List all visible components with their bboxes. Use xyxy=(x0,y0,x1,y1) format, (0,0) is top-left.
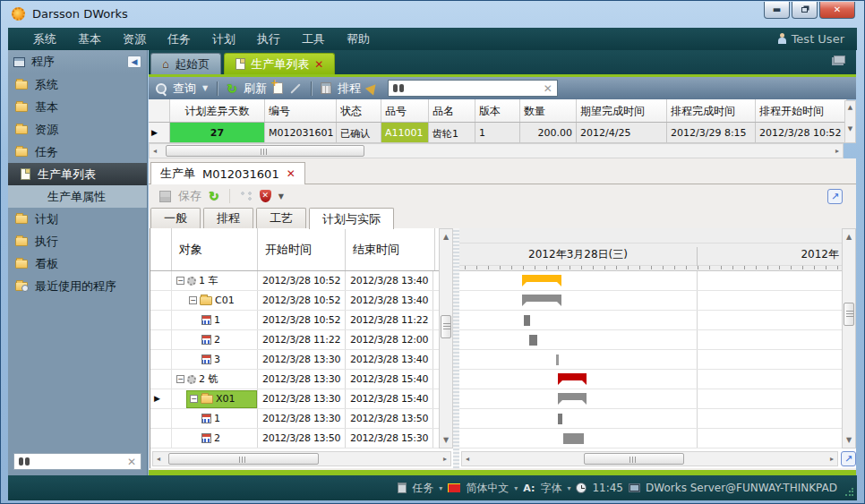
tab-生产单列表[interactable]: 生产单列表✕ xyxy=(224,53,335,74)
tree-row-3[interactable]: 32012/3/28 13:302012/3/28 13:40 xyxy=(150,350,453,370)
column-header-计划差异天数[interactable]: 计划差异天数 xyxy=(170,99,265,122)
close-tab-icon[interactable]: ✕ xyxy=(287,167,295,180)
sidebar-item-计划[interactable]: 计划 xyxy=(8,208,147,230)
scroll-down-icon[interactable]: ▼ xyxy=(846,433,852,447)
detail-tab-排程[interactable]: 排程 xyxy=(203,208,253,228)
restore-button[interactable] xyxy=(792,2,818,19)
clear-search-icon[interactable]: ✕ xyxy=(127,456,136,468)
refresh-icon[interactable]: ↻ xyxy=(209,191,219,201)
gantt-bar[interactable] xyxy=(522,295,561,302)
tree-row-X01[interactable]: ▶−X012012/3/28 13:302012/3/28 15:40 xyxy=(150,389,453,409)
column-header-期望完成时间[interactable]: 期望完成时间 xyxy=(577,99,667,122)
orders-grid-row[interactable]: ▶ 27M012031601已确认A11001齿轮11200.002012/4/… xyxy=(149,123,847,143)
tab-起始页[interactable]: ⌂起始页 xyxy=(150,53,221,74)
scroll-up-icon[interactable]: ▲ xyxy=(443,230,449,243)
scroll-down-icon[interactable]: ▼ xyxy=(443,433,449,447)
menu-item-计划[interactable]: 计划 xyxy=(201,29,246,50)
collapse-icon[interactable]: − xyxy=(176,277,184,285)
tree-row-2 铣[interactable]: −2 铣2012/3/28 13:302012/3/28 15:40 xyxy=(150,370,453,389)
orders-vertical-scrollbar[interactable]: ▲ ▼ xyxy=(844,100,856,143)
collapse-icon[interactable]: − xyxy=(176,375,184,383)
sidebar-item-看板[interactable]: 看板 xyxy=(8,252,147,275)
user-indicator[interactable]: Test User xyxy=(777,32,844,46)
orders-horizontal-scrollbar[interactable]: ◂ ▸ xyxy=(149,143,844,158)
order-document-tab[interactable]: 生产单 M012031601 ✕ xyxy=(150,162,305,184)
task-caret-icon[interactable]: ▾ xyxy=(439,484,442,492)
scroll-down-icon[interactable]: ▼ xyxy=(845,125,855,132)
font-selector[interactable]: 字体 xyxy=(540,481,561,496)
sidebar-item-最近使用的程序[interactable]: 最近使用的程序 xyxy=(8,275,147,297)
scroll-right-icon[interactable]: ▸ xyxy=(443,452,447,466)
gantt-bar[interactable] xyxy=(524,315,530,326)
sidebar-item-执行[interactable]: 执行 xyxy=(8,230,147,252)
menu-item-资源[interactable]: 资源 xyxy=(112,29,157,50)
column-header-品号[interactable]: 品号 xyxy=(381,99,429,122)
gantt-bar[interactable] xyxy=(522,275,561,282)
tree-column-结束时间[interactable]: 结束时间 xyxy=(346,228,435,270)
resize-grip[interactable] xyxy=(844,488,853,497)
tree-column-对象[interactable]: 对象 xyxy=(172,228,258,270)
tree-row-1 车[interactable]: −1 车2012/3/28 10:522012/3/28 13:40 xyxy=(150,271,453,291)
close-tab-icon[interactable]: ✕ xyxy=(314,58,323,71)
scroll-left-icon[interactable]: ◂ xyxy=(157,452,160,466)
grid-search-box[interactable]: ✕ xyxy=(388,80,558,97)
gantt-expand-button[interactable]: ↗ xyxy=(841,451,856,466)
tree-vertical-scrollbar[interactable]: ▲ ▼ xyxy=(439,228,453,448)
task-menu[interactable]: 任务 xyxy=(412,481,433,496)
menu-item-任务[interactable]: 任务 xyxy=(157,29,201,50)
column-header-版本[interactable]: 版本 xyxy=(475,99,520,122)
broom-icon[interactable] xyxy=(365,81,380,95)
sidebar-item-资源[interactable]: 资源 xyxy=(8,118,147,141)
column-header-编号[interactable]: 编号 xyxy=(265,99,337,122)
shield-caret-icon[interactable]: ▼ xyxy=(278,192,284,201)
scroll-right-icon[interactable]: ▸ xyxy=(835,144,839,158)
edit-pencil-icon[interactable] xyxy=(290,83,300,93)
tree-row-1[interactable]: 12012/3/28 10:522012/3/28 11:22 xyxy=(150,311,453,330)
window-list-icon[interactable] xyxy=(834,56,845,64)
workflow-icon[interactable] xyxy=(240,191,253,201)
query-caret-icon[interactable]: ▼ xyxy=(202,84,208,92)
save-button[interactable]: 保存 xyxy=(178,188,201,204)
scroll-right-icon[interactable]: ▸ xyxy=(830,452,834,466)
sidebar-item-生产单属性[interactable]: 生产单属性 xyxy=(8,185,147,208)
scrollbar-thumb[interactable] xyxy=(844,303,854,326)
minimize-button[interactable]: ▬ xyxy=(764,2,790,19)
pane-splitter[interactable] xyxy=(453,228,459,468)
column-header-排程完成时间[interactable]: 排程完成时间 xyxy=(667,99,756,122)
collapse-icon[interactable]: − xyxy=(189,296,197,304)
sidebar-item-系统[interactable]: 系统 xyxy=(8,73,147,96)
detail-tab-计划与实际[interactable]: 计划与实际 xyxy=(309,208,394,229)
tree-horizontal-scrollbar[interactable]: ◂ ▸ xyxy=(152,451,451,466)
scrollbar-thumb[interactable] xyxy=(166,145,364,157)
column-header-排程开始时间[interactable]: 排程开始时间 xyxy=(756,99,847,122)
sidebar-item-生产单列表[interactable]: 生产单列表 xyxy=(8,163,147,185)
menu-item-帮助[interactable]: 帮助 xyxy=(336,29,381,50)
tree-row-2[interactable]: 22012/3/28 11:222012/3/28 12:00 xyxy=(150,330,453,350)
refresh-button[interactable]: 刷新 xyxy=(244,81,267,97)
sidebar-search-box[interactable]: ✕ xyxy=(13,453,141,470)
menu-item-执行[interactable]: 执行 xyxy=(246,29,291,50)
gantt-bar[interactable] xyxy=(563,433,584,444)
gantt-bar[interactable] xyxy=(529,335,537,346)
gantt-vertical-scrollbar[interactable]: ▲ ▼ xyxy=(842,228,856,448)
tree-column-开始时间[interactable]: 开始时间 xyxy=(258,228,346,270)
gantt-horizontal-scrollbar[interactable]: ◂ ▸ xyxy=(461,451,838,466)
schedule-button[interactable]: 排程 xyxy=(338,81,361,97)
menu-item-系统[interactable]: 系统 xyxy=(22,29,67,50)
tree-row-C01[interactable]: −C012012/3/28 10:522012/3/28 13:40 xyxy=(150,291,453,311)
gantt-bar[interactable] xyxy=(558,373,587,380)
tree-row-1[interactable]: 12012/3/28 13:302012/3/28 13:50 xyxy=(150,409,453,429)
sidebar-item-基本[interactable]: 基本 xyxy=(8,96,147,118)
gantt-bar[interactable] xyxy=(558,393,587,400)
column-header-状态[interactable]: 状态 xyxy=(337,99,381,122)
language-selector[interactable]: 简体中文 xyxy=(466,481,509,496)
sidebar-item-任务[interactable]: 任务 xyxy=(8,141,147,163)
popout-button[interactable]: ↗ xyxy=(827,189,843,204)
detail-tab-一般[interactable]: 一般 xyxy=(150,208,201,228)
scrollbar-thumb[interactable] xyxy=(441,315,451,338)
detail-tab-工艺[interactable]: 工艺 xyxy=(256,208,306,228)
security-shield-icon[interactable]: ✕ xyxy=(260,190,271,202)
title-bar[interactable]: Darsson DWorks ▬ ✕ xyxy=(1,1,864,28)
language-caret-icon[interactable]: ▾ xyxy=(514,484,518,492)
scroll-left-icon[interactable]: ◂ xyxy=(153,144,157,158)
